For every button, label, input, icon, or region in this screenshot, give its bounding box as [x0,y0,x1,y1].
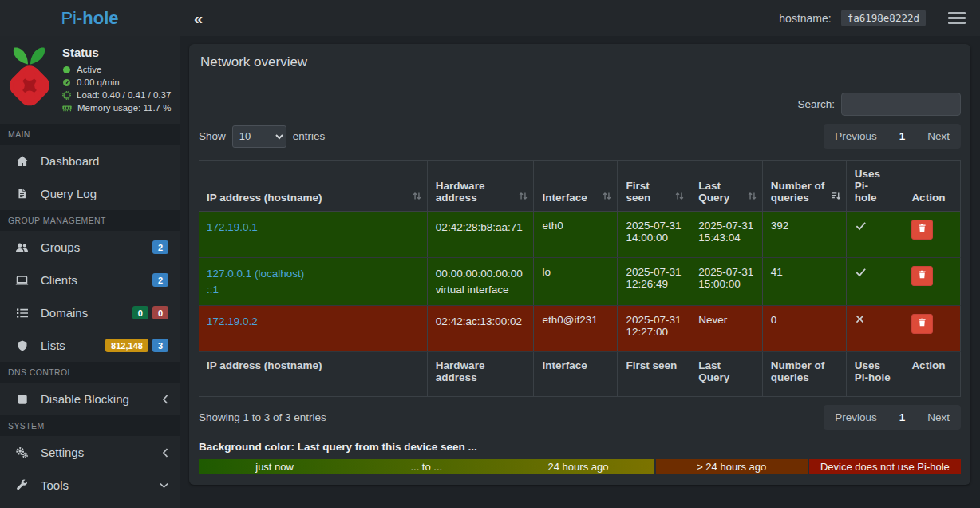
legend-bar: just now ... to ... 24 hours ago > 24 ho… [199,459,961,474]
uses-pihole-cross-icon [855,315,865,327]
footer-col-header-last-query: Last Query [690,352,763,397]
cell-hardware-address: 00:00:00:00:00:00virtual interface [427,258,534,306]
badge-clients: 2 [152,273,168,287]
sidebar-item-dashboard[interactable]: Dashboard [0,145,180,177]
sidebar-section-main: MAIN [0,124,180,145]
status-memory: Memory usage: 11.7 % [62,103,171,113]
trash-icon [918,223,927,236]
search-label: Search: [797,98,835,110]
trash-icon [918,269,927,282]
sidebar-item-label: Disable Blocking [41,392,129,406]
legend-older-segment: > 24 hours ago [656,459,808,474]
table-footer-row: Showing 1 to 3 of 3 entries Previous 1 N… [199,405,961,430]
pagination-bottom: Previous 1 Next [824,405,961,430]
col-header-number-of-queries[interactable]: Number of queries [762,161,846,212]
cell-last-query: 2025-07-31 15:00:00 [690,258,763,306]
previous-button[interactable]: Previous [824,124,888,149]
page-1-button[interactable]: 1 [888,405,917,430]
device-ip-link[interactable]: ::1 [207,282,419,298]
hostname-label: hostname: [779,12,831,25]
raspberry-logo-icon [3,42,56,116]
device-ip-link[interactable]: 172.19.0.1 [207,220,419,236]
chevron-down-icon [160,482,168,489]
table-info: Showing 1 to 3 of 3 entries [199,411,326,423]
legend-to: ... to ... [350,459,502,474]
cell-action [903,306,961,352]
sidebar-item-label: Lists [41,339,65,352]
chevron-left-icon [162,395,168,404]
sidebar-item-label: Settings [41,446,84,459]
col-header-uses-pi-hole: Uses Pi-hole [846,161,903,212]
device-ip-link[interactable]: 127.0.0.1 (localhost) [207,266,419,282]
hamburger-menu-icon[interactable] [948,12,966,24]
badge-groups: 2 [152,240,168,254]
sort-both-icon [674,191,685,204]
sort-both-icon [602,191,612,204]
col-header-hardware-address[interactable]: Hardware address [427,161,534,212]
table-row: 172.19.0.102:42:28:b8:aa:71eth02025-07-3… [199,212,961,258]
page-1-button[interactable]: 1 [888,124,917,149]
table-row: 127.0.0.1 (localhost)::100:00:00:00:00:0… [199,258,961,306]
controls-row: Show 10 entries Previous 1 Next [199,124,961,149]
footer-col-header-hardware-address: Hardware address [427,352,534,397]
next-button[interactable]: Next [916,405,961,430]
col-header-label: Interface [542,192,587,204]
topbar: « hostname: fa6198e8222d [180,0,980,36]
cell-number-of-queries: 41 [762,258,846,306]
sidebar-item-settings[interactable]: Settings [0,436,180,469]
cell-uses-pihole [846,306,903,352]
legend-gradient-segment: just now ... to ... 24 hours ago [199,459,654,474]
badge-domains: 0 [132,306,148,319]
col-header-label: Number of queries [771,180,825,204]
uses-pihole-check-icon [855,268,867,280]
laptop-icon [14,275,30,286]
cell-number-of-queries: 0 [762,306,846,352]
col-header-ip-address-hostname[interactable]: IP address (hostname) [199,161,427,212]
cell-first-seen: 2025-07-31 12:27:00 [618,306,690,352]
col-header-first-seen[interactable]: First seen [618,161,690,212]
delete-device-button[interactable] [911,220,933,240]
sidebar-item-disable-blocking[interactable]: Disable Blocking [0,383,180,415]
sort-both-icon [518,191,528,204]
delete-device-button[interactable] [911,314,933,334]
trash-icon [918,317,927,330]
device-ip-link[interactable]: 172.19.0.2 [207,314,419,330]
footer-col-header-ip-address-hostname: IP address (hostname) [199,352,427,397]
status-heading: Status [62,46,171,59]
legend-just-now: just now [199,459,350,474]
stop-icon [14,394,30,405]
entries-label: entries [293,130,326,142]
sidebar-item-tools[interactable]: Tools [0,469,180,502]
col-header-interface[interactable]: Interface [534,161,618,212]
cell-number-of-queries: 392 [762,212,846,258]
page-length-select[interactable]: 10 [232,125,286,148]
next-button[interactable]: Next [916,124,961,149]
uses-pihole-check-icon [855,222,867,234]
hardware-address-line: virtual interface [436,282,526,298]
col-header-label: Last Query [698,180,729,204]
wrench-icon [14,479,30,491]
home-icon [14,155,30,168]
col-header-label: Hardware address [436,180,485,204]
col-header-action: Action [903,161,961,212]
hardware-address-line: 02:42:28:b8:aa:71 [436,220,526,236]
sidebar-item-lists[interactable]: Lists812,1483 [0,329,180,362]
previous-button[interactable]: Previous [824,405,888,430]
show-label: Show [199,130,226,142]
pihole-admin-app: Pi-hole Status Active [0,0,980,508]
status-load: Load: 0.40 / 0.41 / 0.37 [62,90,171,100]
status-panel: Status Active 0.00 q/min Load: 0.40 / 0.… [0,36,180,124]
status-text: Status Active 0.00 q/min Load: 0.40 / 0.… [62,42,171,116]
col-header-last-query[interactable]: Last Query [690,161,763,212]
sidebar-item-clients[interactable]: Clients2 [0,264,180,296]
pihole-brand[interactable]: Pi-hole [0,0,180,36]
sidebar-item-query-log[interactable]: Query Log [0,177,180,210]
memory-icon [62,104,72,113]
sidebar-collapse-button[interactable]: « [194,10,203,26]
sidebar-item-groups[interactable]: Groups2 [0,231,180,264]
search-input[interactable] [841,93,961,116]
sidebar-item-domains[interactable]: Domains00 [0,296,180,329]
cell-ip-address: 127.0.0.1 (localhost)::1 [199,258,427,306]
shield-icon [14,339,30,352]
delete-device-button[interactable] [911,266,933,286]
